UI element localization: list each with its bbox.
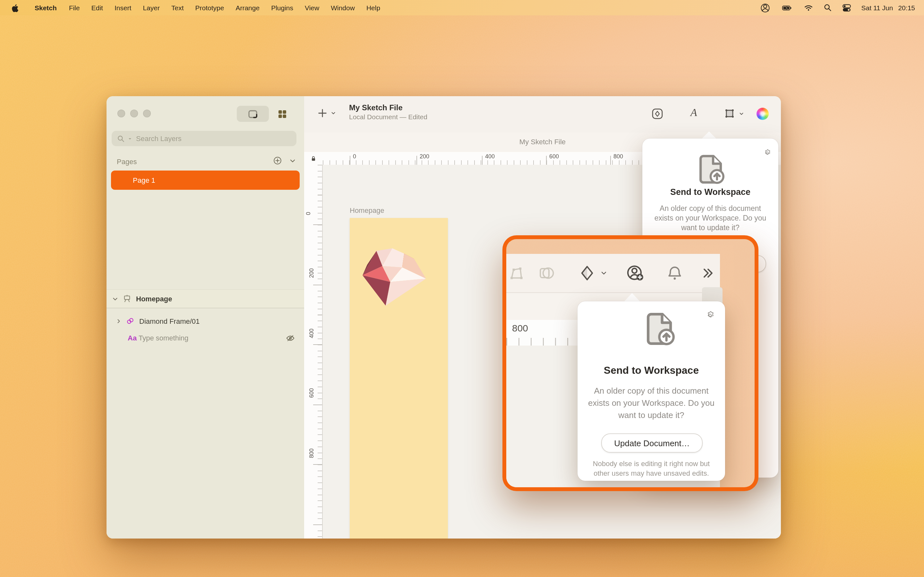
layer-hidden-eye-icon[interactable] bbox=[286, 333, 295, 343]
color-wheel-icon bbox=[756, 108, 769, 120]
frame-tool-button[interactable] bbox=[723, 107, 744, 120]
popover-title: Send to Workspace bbox=[642, 187, 779, 197]
h-ruler-label: 600 bbox=[549, 153, 559, 160]
popover-arrow bbox=[701, 131, 717, 139]
artboard-header-homepage[interactable]: Homepage bbox=[107, 289, 304, 308]
toolbar: My Sketch File Local Document — Edited A bbox=[304, 96, 781, 133]
v-ruler-ticks bbox=[318, 165, 322, 538]
h-ruler-label: 400 bbox=[485, 153, 495, 160]
menu-clock[interactable]: Sat 11 Jun 20:15 bbox=[861, 4, 915, 11]
collapse-chevron-icon[interactable] bbox=[111, 295, 119, 302]
color-tool-button[interactable] bbox=[756, 108, 769, 120]
lock-icon bbox=[310, 155, 317, 162]
menu-view[interactable]: View bbox=[299, 4, 325, 11]
minimize-window-button[interactable] bbox=[130, 110, 138, 117]
page1-label: Page 1 bbox=[133, 176, 155, 184]
artboard-homepage[interactable] bbox=[350, 218, 448, 538]
artboard-name: Homepage bbox=[136, 295, 172, 303]
diamond-graphic[interactable] bbox=[363, 247, 429, 306]
desktop: Sketch File Edit Insert Layer Text Proto… bbox=[0, 0, 924, 577]
popover-body: An older copy of this document exists on… bbox=[642, 204, 779, 233]
app-menus: Sketch File Edit Insert Layer Text Proto… bbox=[28, 4, 386, 11]
layer-list-sidebar: Pages Page 1 Homepage Diamond Frame/01 A… bbox=[107, 96, 305, 538]
mask-icon bbox=[538, 264, 556, 282]
battery-icon[interactable] bbox=[780, 3, 794, 13]
menu-sketch[interactable]: Sketch bbox=[28, 4, 63, 11]
menu-arrange[interactable]: Arrange bbox=[230, 4, 265, 11]
update-document-button[interactable]: Update Document… bbox=[601, 434, 703, 453]
document-title-block: My Sketch File Local Document — Edited bbox=[349, 103, 427, 121]
menu-window[interactable]: Window bbox=[325, 4, 360, 11]
menu-file[interactable]: File bbox=[63, 4, 86, 11]
close-window-button[interactable] bbox=[118, 110, 125, 117]
document-title: My Sketch File bbox=[349, 103, 427, 113]
wifi-icon[interactable] bbox=[804, 3, 814, 13]
popover-arrow bbox=[624, 293, 640, 302]
menu-plugins[interactable]: Plugins bbox=[265, 4, 299, 11]
layer-name: Type something bbox=[139, 334, 188, 342]
gear-icon[interactable] bbox=[763, 147, 771, 156]
frame-chevron-icon[interactable] bbox=[738, 111, 744, 116]
zoom-window-button[interactable] bbox=[143, 110, 151, 117]
notifications-bell-icon bbox=[666, 264, 684, 282]
zoom-callout-frame: 800 Send to Workspace An older copy of t… bbox=[502, 235, 758, 491]
overflow-double-chevron-icon bbox=[700, 266, 716, 281]
vertical-ruler[interactable]: 0 200 400 600 800 bbox=[304, 165, 323, 538]
pages-collapse-chevron-icon[interactable] bbox=[289, 157, 296, 164]
v-ruler-label: 600 bbox=[309, 388, 315, 398]
v-ruler-label: 0 bbox=[305, 212, 312, 215]
add-page-button[interactable] bbox=[273, 156, 282, 165]
search-icon bbox=[117, 134, 125, 143]
h-ruler-label: 0 bbox=[353, 153, 356, 160]
chevron-down-icon bbox=[600, 269, 607, 277]
menu-text[interactable]: Text bbox=[166, 4, 190, 11]
user-account-icon[interactable] bbox=[761, 3, 771, 13]
status-icons: Sat 11 Jun 20:15 bbox=[761, 3, 924, 13]
layer-item-diamond-frame[interactable]: Diamond Frame/01 bbox=[107, 313, 304, 330]
search-layers-field[interactable] bbox=[111, 131, 296, 146]
menu-prototype[interactable]: Prototype bbox=[190, 4, 230, 11]
document-upload-icon bbox=[640, 310, 678, 348]
menu-insert[interactable]: Insert bbox=[109, 4, 137, 11]
pages-section-label: Pages bbox=[117, 158, 137, 165]
control-center-icon[interactable] bbox=[842, 3, 852, 13]
menu-date: Sat 11 Jun bbox=[861, 4, 893, 11]
artboard-easel-icon bbox=[123, 294, 132, 303]
spotlight-search-icon[interactable] bbox=[824, 3, 833, 12]
document-upload-icon bbox=[694, 153, 727, 186]
v-ruler-label: 800 bbox=[309, 448, 315, 458]
expand-chevron-icon[interactable] bbox=[115, 318, 122, 324]
layer-item-type-something[interactable]: Aa Type something bbox=[107, 330, 304, 346]
popover-body: An older copy of this document exists on… bbox=[577, 385, 725, 421]
gear-icon[interactable] bbox=[705, 309, 715, 319]
insert-plus-button[interactable] bbox=[317, 108, 336, 119]
insert-chevron-icon[interactable] bbox=[330, 110, 336, 116]
edit-vector-icon bbox=[507, 264, 525, 282]
h-ruler-label: 800 bbox=[614, 153, 623, 160]
popover-footnote: Nobody else is editing it right now but … bbox=[577, 459, 725, 478]
zoom-callout-content: 800 Send to Workspace An older copy of t… bbox=[506, 239, 754, 487]
collaborate-person-add-icon bbox=[626, 263, 645, 283]
sidebar-item-page1[interactable]: Page 1 bbox=[111, 171, 300, 190]
grid-view-toggle[interactable] bbox=[273, 106, 292, 122]
text-tool-button[interactable]: A bbox=[690, 106, 697, 119]
ruler-corner-lock[interactable] bbox=[304, 152, 323, 165]
menu-layer[interactable]: Layer bbox=[137, 4, 166, 11]
document-status: Local Document — Edited bbox=[349, 113, 427, 121]
search-layers-input[interactable] bbox=[135, 134, 278, 143]
layer-list-view-toggle[interactable] bbox=[237, 106, 269, 122]
menu-help[interactable]: Help bbox=[360, 4, 386, 11]
menu-time: 20:15 bbox=[898, 4, 915, 11]
search-options-chevron-icon bbox=[128, 136, 132, 141]
text-layer-icon: Aa bbox=[128, 334, 139, 342]
h-ruler-label: 200 bbox=[420, 153, 429, 160]
magnified-send-to-workspace-popover: Send to Workspace An older copy of this … bbox=[577, 301, 725, 481]
menu-edit[interactable]: Edit bbox=[86, 4, 109, 11]
apple-menu-icon[interactable] bbox=[11, 3, 21, 13]
artboard-label[interactable]: Homepage bbox=[350, 206, 384, 214]
menu-bar: Sketch File Edit Insert Layer Text Proto… bbox=[0, 0, 924, 15]
layer-view-icon bbox=[247, 108, 258, 119]
insert-artboard-button[interactable] bbox=[651, 107, 664, 121]
layer-name: Diamond Frame/01 bbox=[139, 318, 200, 325]
popover-title: Send to Workspace bbox=[577, 365, 725, 376]
